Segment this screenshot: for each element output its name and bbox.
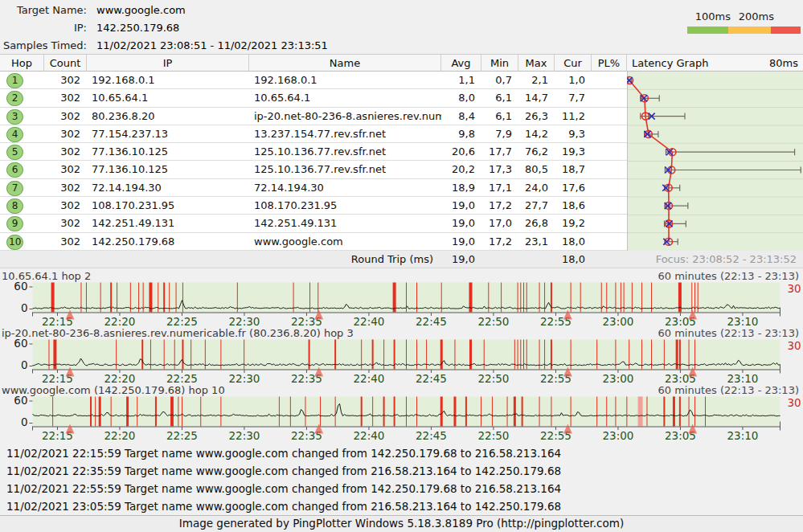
col-header-pl[interactable]: PL% bbox=[592, 55, 627, 72]
hop-pl bbox=[592, 89, 627, 106]
target-name-value: www.google.com bbox=[96, 2, 186, 19]
packet-loss-spike bbox=[205, 340, 206, 370]
hop-avg: 9,8 bbox=[441, 125, 481, 142]
hop-pl bbox=[592, 161, 627, 178]
event-log: 11/02/2021 22:15:59 Target name www.goog… bbox=[0, 444, 803, 515]
hop-max: 14,7 bbox=[518, 89, 555, 106]
col-header-name[interactable]: Name bbox=[249, 55, 441, 72]
packet-loss-spike bbox=[544, 283, 545, 313]
hop-count: 302 bbox=[44, 161, 87, 178]
packet-loss-spike bbox=[155, 397, 157, 427]
hop-pl bbox=[592, 108, 627, 125]
packet-loss-spike bbox=[465, 397, 467, 427]
packet-loss-spike bbox=[220, 397, 221, 427]
hop-avg: 19,0 bbox=[441, 215, 481, 231]
hop-ip: 80.236.8.20 bbox=[87, 108, 249, 125]
hop-pl bbox=[592, 125, 627, 142]
legend-200ms-label: 200ms bbox=[739, 10, 774, 24]
packet-loss-spike bbox=[539, 397, 540, 427]
timeline-title: ip-20.net-80-236-8.asnieres.rev.numerica… bbox=[2, 328, 354, 339]
col-header-ip[interactable]: IP bbox=[87, 55, 249, 72]
trace-table-header: Hop Count IP Name Avg Min Max Cur PL% La… bbox=[0, 54, 803, 72]
hop-avg: 20,2 bbox=[441, 161, 481, 178]
packet-loss-spike bbox=[393, 283, 396, 313]
timeline-plot[interactable]: 60022:1522:2022:2522:3022:3522:4022:4522… bbox=[0, 396, 803, 441]
hop-avg: 1,1 bbox=[441, 72, 481, 88]
hop-pl bbox=[592, 179, 627, 196]
hop-avg: 8,0 bbox=[441, 89, 481, 106]
hop-ip: 77.136.10.125 bbox=[87, 161, 249, 178]
legend-segment bbox=[728, 27, 772, 34]
hop-ip: 192.168.0.1 bbox=[87, 72, 249, 88]
hop-cur: 7,7 bbox=[555, 89, 592, 106]
col-header-avg[interactable]: Avg bbox=[441, 55, 481, 72]
hop-number-badge: 3 bbox=[6, 109, 23, 125]
packet-loss-spike bbox=[99, 397, 101, 427]
packet-loss-spike bbox=[526, 283, 527, 313]
col-header-hop[interactable]: Hop bbox=[0, 55, 44, 72]
col-header-count[interactable]: Count bbox=[44, 55, 87, 72]
time-tick-label: 22:45 bbox=[416, 315, 447, 328]
summary-header: Target Name: www.google.com IP: 142.250.… bbox=[0, 0, 803, 54]
packet-loss-spike bbox=[178, 397, 178, 427]
hop-badge-cell: 7 bbox=[0, 179, 44, 196]
hop-name: 72.14.194.30 bbox=[249, 179, 441, 196]
packet-loss-spike bbox=[182, 340, 183, 370]
timeline-range-label: 60 minutes (22:13 - 23:13) bbox=[658, 328, 799, 339]
packet-loss-spike bbox=[361, 397, 363, 427]
packet-loss-spike bbox=[606, 397, 607, 427]
legend-segment bbox=[687, 27, 728, 34]
packet-loss-spike bbox=[615, 397, 616, 427]
hop-count: 302 bbox=[44, 72, 87, 88]
timeline-title: www.google.com (142.250.179.68) hop 10 bbox=[2, 385, 225, 396]
hop-count: 302 bbox=[44, 125, 87, 142]
hop-max: 80,5 bbox=[518, 161, 555, 178]
time-tick-label: 22:20 bbox=[104, 429, 136, 442]
packet-loss-spike bbox=[170, 397, 171, 427]
event-log-line: 11/02/2021 22:15:59 Target name www.goog… bbox=[0, 444, 803, 462]
time-tick-label: 22:40 bbox=[354, 315, 385, 328]
packet-loss-spike bbox=[394, 397, 395, 427]
hop-name: www.google.com bbox=[249, 233, 441, 250]
timeline-plot[interactable]: 60022:1522:2022:2522:3022:3522:4022:4522… bbox=[0, 339, 803, 384]
hop-number-badge: 1 bbox=[6, 73, 23, 88]
packet-loss-spike bbox=[571, 340, 572, 370]
packet-loss-spike bbox=[416, 397, 417, 427]
hop-name: 125.10.136.77.rev.sfr.net bbox=[249, 143, 441, 160]
hop-count: 302 bbox=[44, 215, 87, 231]
packet-loss-spike bbox=[492, 397, 493, 427]
latency-graph[interactable] bbox=[627, 72, 803, 251]
hop-pl bbox=[592, 215, 627, 231]
round-trip-row: Round Trip (ms) 19,0 18,0 Focus: 23:08:5… bbox=[0, 251, 803, 268]
timeline-plot[interactable]: 60022:1522:2022:2522:3022:3522:4022:4522… bbox=[0, 282, 803, 327]
packet-loss-spike bbox=[694, 283, 695, 313]
hop-max: 26,3 bbox=[518, 108, 555, 125]
hop-count: 302 bbox=[44, 233, 87, 250]
col-header-max[interactable]: Max bbox=[518, 55, 555, 72]
col-header-min[interactable]: Min bbox=[481, 55, 518, 72]
right-scale-label: 30 bbox=[788, 339, 801, 352]
packet-loss-spike bbox=[626, 397, 627, 427]
focus-range: Focus: 23:08:52 - 23:13:52 bbox=[627, 251, 803, 268]
svg-text:0: 0 bbox=[21, 415, 28, 428]
packet-loss-spike bbox=[522, 397, 523, 427]
hop-max: 2,1 bbox=[518, 72, 555, 88]
round-trip-label: Round Trip (ms) bbox=[249, 251, 441, 268]
event-log-line: 11/02/2021 23:05:59 Target name www.goog… bbox=[0, 497, 803, 515]
hop-ip: 142.251.49.131 bbox=[87, 215, 249, 231]
hop-pl bbox=[592, 72, 627, 88]
packet-loss-spike bbox=[126, 397, 129, 427]
right-scale-label: 30 bbox=[788, 396, 801, 409]
packet-loss-spike bbox=[440, 397, 443, 427]
hop-number-badge: 9 bbox=[6, 216, 23, 231]
col-header-cur[interactable]: Cur bbox=[555, 55, 592, 72]
hop-badge-cell: 10 bbox=[0, 233, 44, 250]
col-header-latency-graph[interactable]: Latency Graph 80ms bbox=[627, 55, 803, 72]
hop-min: 0,7 bbox=[481, 72, 518, 88]
hop-ip: 142.250.179.68 bbox=[87, 233, 249, 250]
packet-loss-spike bbox=[111, 397, 112, 427]
time-tick-label: 22:50 bbox=[477, 429, 509, 442]
packet-loss-spike bbox=[641, 340, 642, 370]
hop-min: 17,1 bbox=[481, 179, 518, 196]
hop-cur: 18,6 bbox=[555, 197, 592, 214]
